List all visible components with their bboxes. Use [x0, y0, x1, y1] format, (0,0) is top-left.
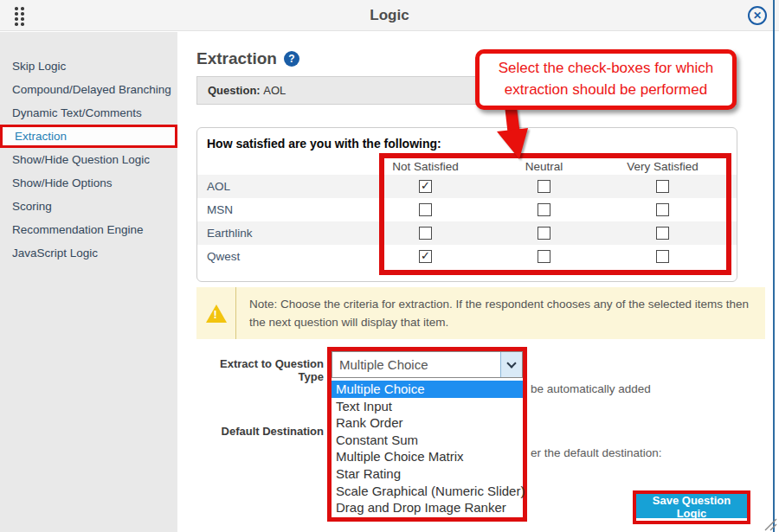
sidebar-item-extraction[interactable]: Extraction: [0, 125, 177, 148]
question-type-select[interactable]: Multiple Choice: [332, 351, 523, 378]
checkbox-qwest-very-satisfied[interactable]: [656, 250, 669, 263]
auto-added-text-fragment: be automatically added: [531, 382, 651, 395]
matrix-card: How satisfied are you with the following…: [196, 127, 737, 282]
sidebar-item-show-hide-options[interactable]: Show/Hide Options: [0, 171, 177, 195]
annotation-callout: Select the check-boxes for which extract…: [475, 49, 737, 110]
sidebar-item-scoring[interactable]: Scoring: [0, 195, 177, 218]
dialog-header: Logic: [0, 0, 779, 31]
save-question-logic-button[interactable]: Save Question Logic: [636, 494, 747, 518]
default-destination-label: Default Destination: [196, 425, 324, 438]
checkbox-earthlink-very-satisfied[interactable]: [656, 227, 669, 240]
checkbox-qwest-not-satisfied[interactable]: [419, 250, 432, 263]
annotation-text: Select the check-boxes for which extract…: [488, 58, 724, 100]
question-bar-value: AOL: [263, 84, 286, 97]
dropdown-option-constant-sum[interactable]: Constant Sum: [332, 432, 523, 449]
dropdown-option-drag-drop-image-ranker[interactable]: Drag and Drop Image Ranker: [332, 499, 523, 516]
dropdown-option-rank-order[interactable]: Rank Order: [332, 414, 523, 432]
warning-icon: [206, 304, 227, 323]
resize-grip-icon[interactable]: [762, 516, 777, 531]
table-row: MSN: [197, 198, 737, 221]
extract-to-question-type-label: Extract to Question Type: [196, 357, 324, 383]
checkbox-msn-neutral[interactable]: [538, 203, 550, 216]
dropdown-option-star-rating[interactable]: Star Rating: [332, 465, 523, 483]
help-icon[interactable]: ?: [284, 51, 299, 67]
sidebar-item-javascript-logic[interactable]: JavaScript Logic: [0, 241, 177, 265]
row-label: Qwest: [197, 250, 366, 263]
checkbox-aol-neutral[interactable]: [538, 180, 550, 193]
column-header-not-satisfied: Not Satisfied: [366, 160, 485, 173]
annotation-rectangle-save: Save Question Logic: [633, 490, 750, 524]
table-row: Qwest: [197, 245, 737, 268]
sidebar-item-recommendation-engine[interactable]: Recommendation Engine: [0, 218, 177, 241]
row-label: MSN: [197, 203, 366, 216]
checkbox-earthlink-not-satisfied[interactable]: [419, 227, 432, 240]
row-label: AOL: [197, 180, 366, 193]
column-header-very-satisfied: Very Satisfied: [603, 160, 722, 173]
dropdown-option-scale-graphical[interactable]: Scale Graphical (Numeric Slider): [332, 483, 523, 500]
checkbox-msn-very-satisfied[interactable]: [656, 203, 669, 216]
note-box: Note: Choose the criteria for extraction…: [196, 287, 765, 339]
row-label: Earthlink: [197, 227, 366, 240]
sidebar-item-compound-delayed-branching[interactable]: Compound/Delayed Branching: [0, 78, 177, 101]
table-row: Earthlink: [197, 221, 737, 245]
matrix-question-title: How satisfied are you with the following…: [197, 137, 737, 152]
select-chevron-button[interactable]: [500, 352, 522, 377]
annotation-rectangle-dropdown: Multiple Choice Multiple Choice Text Inp…: [327, 347, 527, 522]
dropdown-option-multiple-choice-matrix[interactable]: Multiple Choice Matrix: [332, 448, 523, 465]
page-title-text: Extraction: [196, 49, 277, 68]
checkbox-aol-not-satisfied[interactable]: [419, 180, 432, 193]
dialog-title: Logic: [0, 7, 779, 24]
close-icon[interactable]: ✕: [748, 6, 767, 25]
sidebar-item-dynamic-text-comments[interactable]: Dynamic Text/Comments: [0, 101, 177, 125]
table-row: AOL: [197, 175, 737, 198]
dropdown-option-text-input[interactable]: Text Input: [332, 398, 523, 415]
matrix-header-row: Not Satisfied Neutral Very Satisfied: [197, 157, 737, 175]
logic-sidebar: Skip Logic Compound/Delayed Branching Dy…: [0, 32, 177, 532]
checkbox-earthlink-neutral[interactable]: [538, 227, 550, 240]
sidebar-item-skip-logic[interactable]: Skip Logic: [0, 54, 177, 78]
chevron-down-icon: [506, 358, 516, 368]
checkbox-qwest-neutral[interactable]: [538, 250, 550, 263]
checkbox-msn-not-satisfied[interactable]: [419, 203, 432, 216]
question-bar-label: Question:: [208, 84, 261, 97]
page-title: Extraction ?: [196, 49, 299, 68]
dialog-right-edge: [773, 0, 775, 532]
checkbox-aol-very-satisfied[interactable]: [656, 180, 669, 193]
default-destination-text-fragment: er the default destination:: [531, 446, 662, 459]
question-type-select-value: Multiple Choice: [332, 357, 500, 372]
dropdown-option-multiple-choice[interactable]: Multiple Choice: [332, 381, 523, 398]
annotation-arrow-icon: [485, 106, 535, 163]
question-type-dropdown-list: Multiple Choice Text Input Rank Order Co…: [332, 381, 523, 516]
sidebar-item-show-hide-question-logic[interactable]: Show/Hide Question Logic: [0, 148, 177, 171]
note-text: Note: Choose the criteria for extraction…: [236, 287, 756, 339]
